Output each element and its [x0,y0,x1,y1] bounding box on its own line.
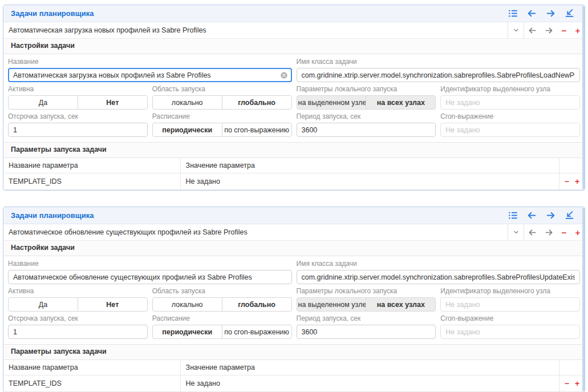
schedule-toggle: периодически по cron-выражению [152,325,292,339]
params-table: Название параметра Значение параметра TE… [3,158,585,190]
node-id-label: Идентификатор выделенного узла [440,85,580,93]
selected-node-button[interactable]: на выделенном узле [297,95,367,110]
local-params-label: Параметры локального запуска [297,287,436,295]
name-label: Название [8,58,292,66]
cron-input [440,325,580,339]
params-table: Название параметра Значение параметра TE… [3,360,585,392]
params-table-header-row: Название параметра Значение параметра [3,360,585,375]
collapse-icon[interactable] [565,9,574,18]
task-settings-form: Название Имя класса задачи Активна Да Не… [3,54,585,142]
scrollbar[interactable] [582,208,585,391]
scope-toggle: локально глобально [152,95,292,110]
local-params-label: Параметры локального запуска [297,85,436,93]
remove-task-button[interactable]: − [557,26,571,35]
by-cron-button[interactable]: по cron-выражению [222,325,292,339]
chevron-down-icon[interactable] [508,224,524,240]
scope-toggle: локально глобально [152,297,292,312]
active-no-button[interactable]: Нет [78,95,148,110]
param-name-cell: TEMPLATE_IDS [3,173,180,190]
cron-label: Cron-выражение [440,112,580,120]
local-params-toggle: на выделенном узле на всех узлах [297,297,436,312]
active-toggle: Да Нет [8,297,148,312]
cron-input [440,123,580,137]
prev-task-button[interactable] [524,224,541,240]
local-params-toggle: на выделенном узле на всех узлах [297,95,436,110]
param-name-header: Название параметра [3,360,180,375]
params-table-header-row: Название параметра Значение параметра [3,158,585,173]
task-settings-form: Название Имя класса задачи Активна Да Не… [3,256,585,344]
settings-section-header: Настройки задачи [3,241,585,256]
delay-label: Отсрочка запуска, сек [8,112,148,120]
delay-label: Отсрочка запуска, сек [8,314,148,322]
collapse-icon[interactable] [565,211,574,220]
scope-label: Область запуска [152,287,292,295]
task-select[interactable]: Автоматическая загрузка новых профилей и… [3,22,508,38]
header-toolbar [508,9,579,18]
header-toolbar [508,211,579,220]
scheduler-panel-2: Задачи планировщика Автоматическое обнов… [3,207,585,392]
all-nodes-button[interactable]: на всех узлах [366,297,436,312]
schedule-label: Расписание [152,314,292,322]
schedule-label: Расписание [152,112,292,120]
cron-label: Cron-выражение [440,314,580,322]
param-name-header: Название параметра [3,158,180,173]
param-name-cell: TEMPLATE_IDS [3,375,180,392]
add-param-button[interactable]: + [575,177,579,185]
arrow-left-icon[interactable] [527,211,537,220]
delay-input[interactable] [8,325,148,339]
active-no-button[interactable]: Нет [78,297,148,312]
active-yes-button[interactable]: Да [8,95,78,110]
delay-input[interactable] [8,123,148,137]
param-value-cell[interactable]: Не задано [180,375,559,392]
class-name-input[interactable] [297,270,581,284]
period-label: Период запуска, сек [297,314,436,322]
params-section-header: Параметры запуска задачи [3,344,585,360]
periodically-button[interactable]: периодически [152,325,222,339]
arrow-right-icon[interactable] [546,211,555,220]
remove-task-button[interactable]: − [557,228,571,237]
add-param-button[interactable]: + [575,379,579,387]
active-label: Активна [8,287,148,295]
scope-local-button[interactable]: локально [152,297,222,312]
task-select[interactable]: Автоматическое обновление существующих п… [3,224,508,240]
active-toggle: Да Нет [8,95,148,110]
scope-label: Область запуска [152,85,292,93]
name-input[interactable] [8,270,292,284]
selected-node-button[interactable]: на выделенном узле [297,297,367,312]
clear-icon[interactable] [280,71,288,79]
class-name-input[interactable] [297,68,581,82]
remove-param-button[interactable]: − [565,379,569,387]
params-section-header: Параметры запуска задачи [3,142,585,158]
prev-task-button[interactable] [524,22,541,38]
panel-header: Задачи планировщика [3,5,585,22]
node-id-input [440,95,580,110]
param-value-cell[interactable]: Не задано [180,173,559,190]
periodically-button[interactable]: периодически [152,123,222,137]
param-value-header: Значение параметра [180,360,559,375]
arrow-left-icon[interactable] [527,9,537,18]
scope-global-button[interactable]: глобально [222,297,292,312]
scope-local-button[interactable]: локально [152,95,222,110]
by-cron-button[interactable]: по cron-выражению [222,123,292,137]
scrollbar[interactable] [582,6,585,189]
panel-title: Задачи планировщика [11,9,94,18]
next-task-button[interactable] [541,224,557,240]
remove-param-button[interactable]: − [565,177,569,185]
list-icon[interactable] [508,211,518,220]
all-nodes-button[interactable]: на всех узлах [366,95,436,110]
task-nav: − + [524,224,585,240]
active-yes-button[interactable]: Да [8,297,78,312]
period-input[interactable] [297,123,436,137]
task-nav: − + [524,22,585,38]
chevron-down-icon[interactable] [508,22,524,38]
list-icon[interactable] [508,9,518,18]
name-label: Название [8,260,292,268]
next-task-button[interactable] [541,22,557,38]
scope-global-button[interactable]: глобально [222,95,292,110]
class-name-label: Имя класса задачи [297,58,581,66]
scheduler-panel-1: Задачи планировщика Автоматическая загру… [3,5,585,191]
name-input[interactable] [8,68,292,82]
arrow-right-icon[interactable] [546,9,555,18]
period-input[interactable] [297,325,436,339]
schedule-toggle: периодически по cron-выражению [152,123,292,137]
